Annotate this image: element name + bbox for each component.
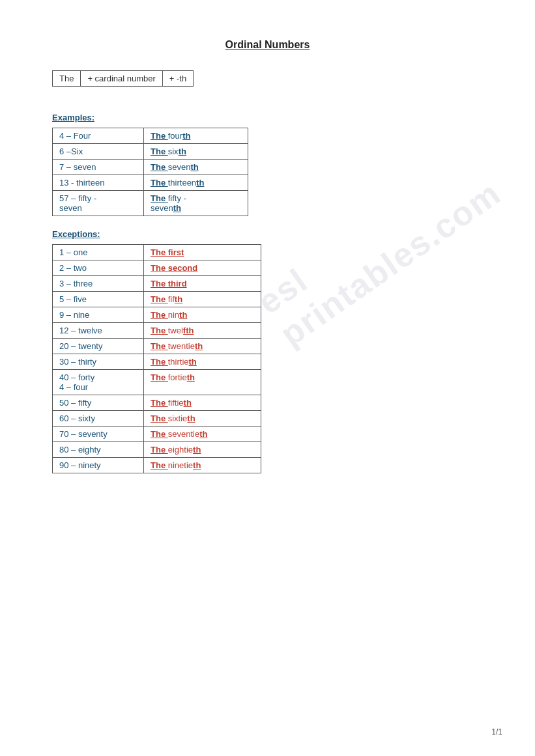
page-number: 1/1 <box>491 727 502 736</box>
ordinal-cell: The seventh <box>144 160 248 175</box>
table-row: 70 – seventy The seventieth <box>53 427 261 442</box>
table-row: 60 – sixty The sixtieth <box>53 411 261 427</box>
page-title: Ordinal Numbers <box>52 39 483 51</box>
ordinal-cell: The first <box>144 245 261 260</box>
table-row: 20 – twenty The twentieth <box>53 339 261 354</box>
table-row: 4 – Four The fourth <box>53 128 248 144</box>
cardinal-cell: 13 - thirteen <box>53 175 144 191</box>
table-row: 1 – one The first <box>53 245 261 260</box>
ordinal-cell: The fifth <box>144 292 261 307</box>
cardinal-cell: 30 – thirty <box>53 354 144 370</box>
ordinal-cell: The seventieth <box>144 427 261 442</box>
table-row: 40 – forty4 – four The fortieth <box>53 370 261 395</box>
cardinal-cell: 1 – one <box>53 245 144 260</box>
ordinal-cell: The fiftieth <box>144 395 261 411</box>
exceptions-table: 1 – one The first 2 – two The second 3 –… <box>52 244 261 473</box>
ordinal-cell: The fifty -seventh <box>144 191 248 216</box>
cardinal-cell: 50 – fifty <box>53 395 144 411</box>
cardinal-cell: 57 – fifty -seven <box>53 191 144 216</box>
ordinal-cell: The thirtieth <box>144 354 261 370</box>
examples-table: 4 – Four The fourth 6 –Six The sixth 7 –… <box>52 128 248 216</box>
table-row: 5 – five The fifth <box>53 292 261 307</box>
ordinal-cell: The ninth <box>144 307 261 323</box>
ordinal-cell: The third <box>144 276 261 292</box>
cardinal-cell: 80 – eighty <box>53 442 144 458</box>
watermark: eslprintables.com <box>251 141 508 354</box>
cardinal-cell: 60 – sixty <box>53 411 144 427</box>
cardinal-cell: 7 – seven <box>53 160 144 175</box>
formula-th: + -th <box>163 71 193 86</box>
table-row: 12 – twelve The twelfth <box>53 323 261 339</box>
table-row: 80 – eighty The eightieth <box>53 442 261 458</box>
cardinal-cell: 12 – twelve <box>53 323 144 339</box>
cardinal-cell: 40 – forty4 – four <box>53 370 144 395</box>
ordinal-cell: The second <box>144 260 261 276</box>
ordinal-cell: The twentieth <box>144 339 261 354</box>
ordinal-cell: The sixth <box>144 144 248 160</box>
exceptions-label: Exceptions: <box>52 229 483 239</box>
formula-box: The + cardinal number + -th <box>52 70 194 87</box>
formula-cardinal: + cardinal number <box>81 71 162 86</box>
cardinal-cell: 2 – two <box>53 260 144 276</box>
table-row: 6 –Six The sixth <box>53 144 248 160</box>
cardinal-cell: 3 – three <box>53 276 144 292</box>
table-row: 57 – fifty -seven The fifty -seventh <box>53 191 248 216</box>
table-row: 7 – seven The seventh <box>53 160 248 175</box>
cardinal-cell: 90 – ninety <box>53 458 144 473</box>
cardinal-cell: 5 – five <box>53 292 144 307</box>
examples-label: Examples: <box>52 113 483 122</box>
cardinal-cell: 70 – seventy <box>53 427 144 442</box>
ordinal-cell: The twelfth <box>144 323 261 339</box>
table-row: 3 – three The third <box>53 276 261 292</box>
cardinal-cell: 9 – nine <box>53 307 144 323</box>
cardinal-cell: 4 – Four <box>53 128 144 144</box>
table-row: 30 – thirty The thirtieth <box>53 354 261 370</box>
table-row: 50 – fifty The fiftieth <box>53 395 261 411</box>
table-row: 90 – ninety The ninetieth <box>53 458 261 473</box>
ordinal-cell: The eightieth <box>144 442 261 458</box>
ordinal-cell: The sixtieth <box>144 411 261 427</box>
ordinal-cell: The fourth <box>144 128 248 144</box>
table-row: 9 – nine The ninth <box>53 307 261 323</box>
formula-the: The <box>53 71 81 86</box>
table-row: 2 – two The second <box>53 260 261 276</box>
cardinal-cell: 20 – twenty <box>53 339 144 354</box>
ordinal-cell: The thirteenth <box>144 175 248 191</box>
cardinal-cell: 6 –Six <box>53 144 144 160</box>
table-row: 13 - thirteen The thirteenth <box>53 175 248 191</box>
ordinal-cell: The fortieth <box>144 370 261 395</box>
ordinal-cell: The ninetieth <box>144 458 261 473</box>
page: eslprintables.com Ordinal Numbers The + … <box>0 0 535 756</box>
